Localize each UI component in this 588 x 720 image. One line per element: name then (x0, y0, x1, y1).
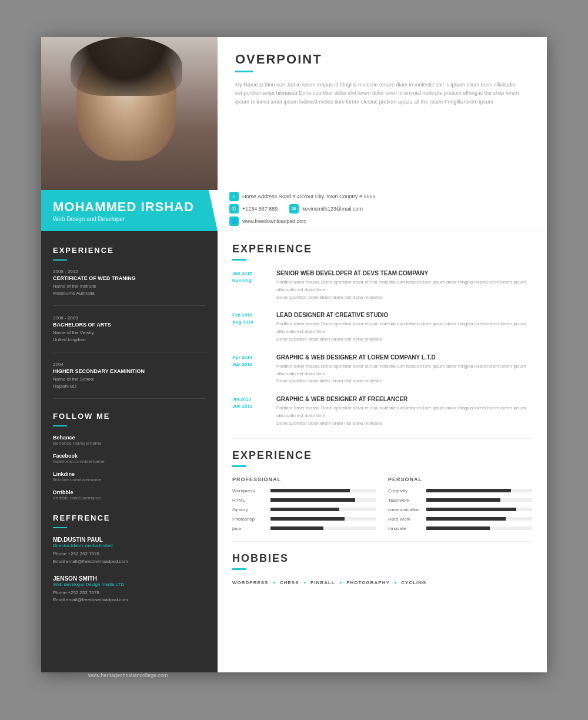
footer-url: www.heritagechristiancollege.com (88, 672, 559, 678)
follow-drribble-name: Drribble (53, 489, 206, 495)
skill-bar-bg-innovate (426, 526, 532, 530)
follow-facebook-name: Facebook (53, 453, 206, 459)
main-exp-underline (232, 259, 246, 261)
hobby-dot-4: • (395, 579, 397, 586)
skill-html: HTML (232, 498, 376, 503)
address-icon: ⌂ (229, 192, 239, 201)
skill-wordpress: Wordpress (232, 488, 376, 494)
contact-pair-row: ✆ +1234 567 889 ✉ kevinsmith123@mail.com (229, 204, 535, 216)
follow-linkdine-name: Linkdine (53, 471, 206, 477)
sidebar-reference-title: REFFRENCE (53, 514, 206, 522)
contact-phone: +1234 567 889 (242, 206, 278, 212)
skill-jquarry: Jquarry (232, 507, 376, 512)
hobby-chess: CHESS (280, 580, 299, 585)
contact-phone-row: ✆ +1234 567 889 (229, 204, 278, 214)
skill-bar-fill-innovate (426, 526, 490, 530)
section-divider-1 (232, 438, 532, 439)
photo-hair (71, 37, 182, 96)
skill-teamwork: Teamwork (388, 498, 532, 503)
exp-desc-1: Portlitor amer massa Done cportlitor dol… (276, 279, 532, 301)
sidebar-exp-title-1: CERTIFICATE OF WEB TRANING (53, 275, 206, 281)
skill-hardwork: Hard Work (388, 516, 532, 522)
hobbies-row: WORDPRESS • CHESS • PINBALL • PHOTOGRAPH… (232, 579, 532, 586)
follow-linkdine-url: linkdine.com/username (53, 477, 206, 482)
contact-email-row: ✉ kevinsmith123@mail.com (289, 204, 363, 214)
follow-facebook-url: facebook.com/username (53, 459, 206, 464)
top-section: OVERPOINT My Name is Morrison Jamie lore… (41, 37, 547, 190)
exp-desc-4: Portlitor amer massa Done cportlitor dol… (276, 405, 532, 427)
contact-area: ⌂ Home Address.Road # 45Your City Town C… (218, 190, 547, 231)
skill-bar-bg-hardwork (426, 517, 532, 521)
sidebar-exp-year-3: 2004 (53, 362, 206, 367)
skill-bar-bg-html (270, 498, 376, 502)
exp-date-col-1: Jan 2015Running (232, 270, 276, 301)
exp-job-title-3: GRAPHIC & WEB DESIGNER AT LOREM COMPANY … (276, 354, 532, 361)
overpoint-title: OVERPOINT (235, 52, 529, 67)
skill-bar-bg-jquarry (270, 508, 376, 511)
page-outer: OVERPOINT My Name is Morrison Jamie lore… (41, 37, 547, 683)
ref-role-1: Director-Matrix media limited (53, 543, 206, 548)
follow-drribble-url: drribble.com/username (53, 495, 206, 501)
skill-bar-fill-creativity (426, 489, 511, 492)
job-title: Web Design and Developer (53, 216, 206, 222)
skill-innovate: Innovate (388, 526, 532, 531)
skill-bar-fill-communication (426, 508, 516, 511)
follow-behance-name: Behance (53, 435, 206, 441)
exp-date-col-3: Apr 2014Jun 2013 (232, 354, 276, 385)
exp-desc-2: Portlitor amer massa Done cportlitor dol… (276, 321, 532, 343)
exp-item-2: Feb 2015Aug 2014 LEAD DESIGNER AT CREATI… (232, 312, 532, 343)
hobby-wordpress: WORDPRESS (232, 580, 268, 585)
ref-detail-2: Phone +252 252 7678Email email@freedownl… (53, 589, 206, 605)
exp-job-title-4: GRAPHIC & WEB DESIGNER AT FREELANCER (276, 396, 532, 402)
skill-bar-fill-teamwork (426, 498, 500, 502)
exp-item-4: Jul 2013Jun 2012 GRAPHIC & WEB DESIGNER … (232, 396, 532, 427)
sidebar-exp-year-1: 2009 - 2012 (53, 269, 206, 274)
exp-job-title-2: LEAD DESIGNER AT CREATIVE STUDIO (276, 312, 532, 318)
hobby-photography: PHOTOGRAPHY (346, 580, 390, 585)
skill-label-teamwork: Teamwork (388, 498, 426, 503)
follow-behance-url: Behance.net/username (53, 441, 206, 446)
sidebar-exp-sub-2: Name of the VersityUnited kingdom (53, 329, 206, 344)
skill-bar-bg-teamwork (426, 498, 532, 502)
exp-date-3: Apr 2014Jun 2013 (232, 354, 276, 368)
name-teal-bg: MOHAMMED IRSHAD Web Design and Developer (41, 190, 218, 231)
hobbies-underline (232, 568, 246, 570)
skill-label-java: java (232, 526, 270, 531)
sidebar-exp-item-2: 2006 - 2009 BACHELORS OF ARTS Name of th… (53, 315, 206, 352)
hobby-dot-3: • (340, 579, 342, 586)
hobbies-title: HOBBIES (232, 552, 532, 565)
skill-java: java (232, 526, 376, 531)
sidebar-exp-underline (53, 259, 67, 261)
skill-bar-fill-jquarry (270, 508, 339, 511)
section-divider-2 (232, 541, 532, 542)
skill-bar-fill-java (270, 526, 323, 530)
skill-bar-bg-communication (426, 508, 532, 511)
full-name: MOHAMMED IRSHAD (53, 199, 206, 215)
sidebar-exp-year-2: 2006 - 2009 (53, 315, 206, 321)
skill-communication: communication (388, 507, 532, 512)
ref-name-1: MD.DUSTIN PAUL (53, 536, 206, 543)
profile-photo (41, 37, 218, 190)
exp-date-4: Jul 2013Jun 2012 (232, 396, 276, 410)
skill-bar-fill-html (270, 498, 355, 502)
exp-body-2: LEAD DESIGNER AT CREATIVE STUDIO Portlit… (276, 312, 532, 343)
exp-item-1: Jan 2015Running SENIOR WEB DEVELOPER AT … (232, 270, 532, 301)
sidebar-follow-underline (53, 425, 67, 426)
website-icon: 🌐 (229, 216, 239, 226)
contact-email: kevinsmith123@mail.com (302, 206, 363, 212)
exp-body-3: GRAPHIC & WEB DESIGNER AT LOREM COMPANY … (276, 354, 532, 385)
personal-skills-title: PERSONAL (388, 476, 532, 482)
resume-page: OVERPOINT My Name is Morrison Jamie lore… (41, 37, 547, 672)
exp-item-3: Apr 2014Jun 2013 GRAPHIC & WEB DESIGNER … (232, 354, 532, 385)
sidebar-exp-item-1: 2009 - 2012 CERTIFICATE OF WEB TRANING N… (53, 269, 206, 306)
photo-area (41, 37, 218, 190)
contact-website: www.freedownloadpsd.com (242, 218, 307, 224)
skill-label-hardwork: Hard Work (388, 516, 426, 522)
skill-label-wordpress: Wordpress (232, 488, 270, 494)
skill-label-html: HTML (232, 498, 270, 503)
skill-label-innovate: Innovate (388, 526, 426, 531)
personal-skills-col: PERSONAL Creativity Teamwork (388, 476, 532, 535)
ref-item-2: JENSON SMITH Web developar.Design media … (53, 575, 206, 605)
main-content: EXPERIENCE 2009 - 2012 CERTIFICATE OF WE… (41, 231, 547, 672)
skill-bar-fill-hardwork (426, 517, 506, 521)
